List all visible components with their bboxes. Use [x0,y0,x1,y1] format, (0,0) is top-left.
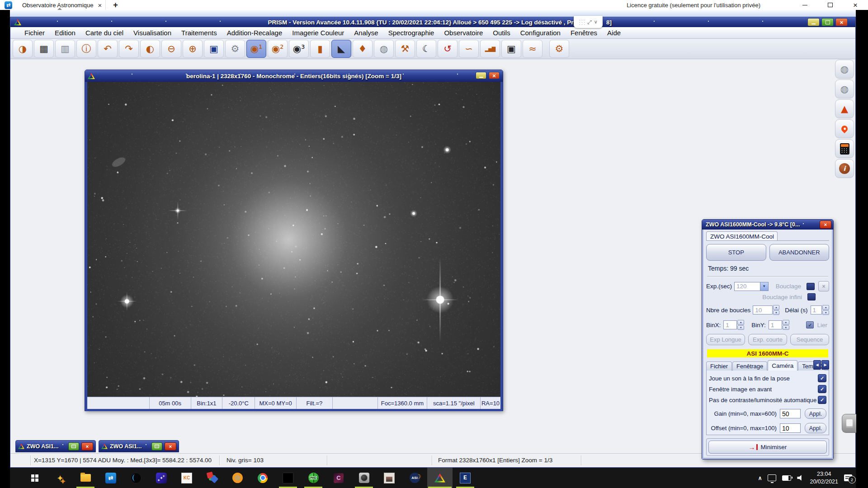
tab-scroll-left-icon[interactable]: ◀ [813,360,821,370]
minimize-button[interactable] [792,0,817,10]
biny-stepper[interactable]: ▲▼ [783,320,789,330]
chevron-down-icon[interactable]: ▼ [760,282,768,291]
menu-fichier[interactable]: Fichier [19,29,50,37]
dome-icon[interactable]: ◍ [374,40,394,58]
menu-analyse[interactable]: Analyse [349,29,383,37]
calculator-icon[interactable] [835,139,854,158]
teamviewer-panel-handle[interactable] [842,414,856,433]
image-close-button[interactable]: × [489,72,500,79]
tray-chevron-up-icon[interactable]: ∧ [758,475,762,481]
camera-2-icon[interactable]: ◉² [268,40,288,58]
camera-3-icon[interactable]: ◉³ [289,40,309,58]
minimized-window-1[interactable]: ZWO ASI1... × [15,440,96,452]
image-window-title-bar[interactable]: berolina-1 | 2328x1760 - Monochrome - En… [85,70,503,82]
start-button[interactable] [22,468,47,488]
undo-icon[interactable]: ↶ [98,40,118,58]
info-barrel-icon[interactable]: i [835,159,854,178]
taskbar-orange-ring-app[interactable] [225,468,250,488]
open-image-icon[interactable]: ◑ [13,40,33,58]
redo-icon[interactable]: ↷ [119,40,139,58]
menu-traitements[interactable]: Traitements [176,29,222,37]
cast-screen-icon[interactable] [768,474,776,481]
taskbar-photo-app[interactable] [377,468,402,488]
taskbar-asi-app[interactable]: ASI [402,468,427,488]
zoom-out-icon[interactable]: ⊖ [161,40,181,58]
drag-grid-icon[interactable] [579,19,585,25]
print-icon[interactable]: ▥ [55,40,75,58]
menu-observatoire[interactable]: Observatoire [439,29,488,37]
menu-edition[interactable]: Edition [50,29,80,37]
horizon-view-icon[interactable]: ▲ [835,99,854,118]
image-minimize-button[interactable] [476,72,486,79]
taskbar-teamviewer[interactable]: ⇄ [98,468,123,488]
menu-imagerie-couleur[interactable]: Imagerie Couleur [287,29,349,37]
taskbar-night-sky-app[interactable]: ✦ [149,468,174,488]
starfield-image[interactable] [87,82,500,397]
sky-sphere-1-icon[interactable]: ◍ [835,60,854,79]
loop-count-field[interactable]: 10 [753,305,772,314]
minimiser-button[interactable]: → Minimiser [708,441,827,454]
menu-carte-du-ciel[interactable]: Carte du ciel [80,29,128,37]
front-window-option-checkbox[interactable]: ✓ [818,385,826,393]
offset-field[interactable]: 10 [780,423,801,433]
taskbar-chrome[interactable] [250,468,275,488]
tab-camera[interactable]: Caméra [768,360,797,371]
offset-apply-button[interactable]: Appl. [805,423,826,433]
delay-field[interactable]: 1 [811,305,822,314]
tab-fichier[interactable]: Fichier [706,361,732,371]
exp-longue-button[interactable]: Exp Longue [706,334,745,345]
lier-checkbox[interactable]: ✓ [806,321,814,328]
sky-sphere-2-icon[interactable]: ◍ [835,80,854,99]
taskbar-dark-disc-app[interactable] [123,468,149,488]
camera-panel-title-bar[interactable]: ZWO ASI1600MM-Cool -> 9.8°C [0... × [702,220,833,230]
histogram-icon[interactable]: ▂▅▇ [480,40,500,58]
taskbar-prism[interactable] [427,468,453,488]
waveform-icon[interactable]: ≈ [523,40,542,58]
no-autostretch-option-checkbox[interactable]: ✓ [818,396,826,404]
menu-spectrographie[interactable]: Spectrographie [383,29,439,37]
restore-icon[interactable] [68,442,79,450]
gears-setup-icon[interactable]: ⚙ [549,40,569,58]
exposure-combobox[interactable]: 120 ▼ [734,282,769,291]
binx-stepper[interactable]: ▲▼ [737,320,744,330]
info-icon[interactable]: ⓘ [76,40,96,58]
taskbar-camera-lens-app[interactable] [351,468,377,488]
save-icon[interactable]: ▦ [34,40,54,58]
maximize-button[interactable] [817,0,843,10]
camera-1-icon[interactable]: ◉¹ [246,40,266,58]
biny-field[interactable]: 1 [769,320,782,329]
camera-device-tab[interactable]: ZWO ASI1600MM-Cool [706,231,778,241]
sequence-button[interactable]: Sequence [790,334,829,345]
cancel-loop-button[interactable]: × [818,281,829,291]
taskbar-terminal-app[interactable] [275,468,301,488]
frame-icon[interactable]: ▣ [501,40,521,58]
tab-close-icon[interactable]: × [98,2,102,9]
prism-minimize-button[interactable] [807,18,820,26]
loop-count-stepper[interactable]: ▲▼ [773,305,780,315]
display-icon[interactable]: ▣ [204,40,224,58]
telescope-icon[interactable]: ◣ [331,40,351,58]
curve-icon[interactable]: ∽ [459,40,479,58]
prism-close-button[interactable]: × [835,18,848,26]
location-pin-icon[interactable] [835,119,854,138]
taskbar-shapes-app[interactable] [199,468,225,488]
fullscreen-icon[interactable]: ⤢ [587,19,592,25]
menu-outils[interactable]: Outils [488,29,515,37]
gain-field[interactable]: 50 [780,409,801,418]
restore-icon[interactable] [151,442,162,450]
stop-button[interactable]: STOP [706,244,766,261]
taskbar-kc-app[interactable]: KC [174,468,199,488]
taskbar-file-explorer[interactable] [73,468,98,488]
menu-configuration[interactable]: Configuration [515,29,566,37]
prism-title-bar[interactable]: PRISM - Version Avancée 10.4.11.908 {TU … [10,17,855,27]
tab-scroll-right-icon[interactable]: ▶ [821,360,829,370]
menu-addition-recalage[interactable]: Addition-Recalage [222,29,288,37]
menu-visualisation[interactable]: Visualisation [128,29,176,37]
taskbar-phd2[interactable]: PHD [301,468,326,488]
zoom-in-icon[interactable]: ⊕ [183,40,203,58]
delay-stepper[interactable]: ▲▼ [822,305,829,315]
new-tab-button[interactable]: + [113,0,118,10]
notification-center-icon[interactable]: 2 [844,474,852,481]
tools-icon[interactable]: ⚒ [395,40,415,58]
taskbar-clock[interactable]: 23:04 20/02/2021 [810,470,838,485]
